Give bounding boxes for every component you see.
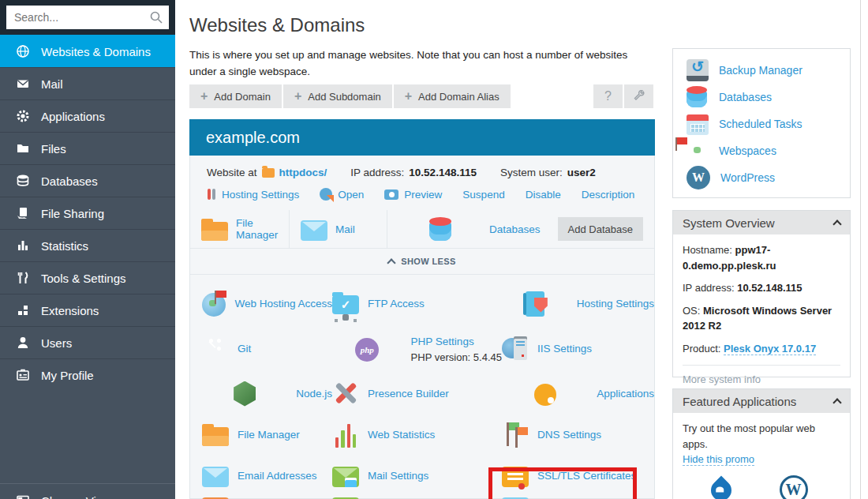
sidebar-search-area [0,0,175,35]
website-at-label: Website at [207,167,257,178]
sidebar-item-statistics[interactable]: Statistics [0,229,175,261]
system-user-value: user2 [567,167,596,178]
backup-manager-link[interactable]: Backup Manager [673,57,850,84]
featured-app-drupal[interactable]: Drupal [704,475,734,499]
ftp-access-icon: ✓ [332,295,359,314]
collapse-chevron-icon [832,219,841,228]
grid-item-mail-settings[interactable]: Mail Settings [332,455,502,496]
ip-label: IP address: [350,167,404,178]
sidebar-item-label: Users [41,336,72,350]
grid-item-web-statistics[interactable]: Web Statistics [332,414,502,455]
sidebar-item-applications[interactable]: Applications [0,99,175,132]
grid-item-applications[interactable]: Applications [502,373,654,414]
sidebar-item-websites-domains[interactable]: Websites & Domains [0,35,175,67]
sidebar-item-my-profile[interactable]: My Profile [0,358,175,391]
suspend-link[interactable]: Suspend [462,189,504,201]
chevron-up-icon [387,258,396,267]
php-version-text: PHP version: 5.4.45 [411,351,502,363]
grid-item-hosting-settings[interactable]: Hosting Settings [502,283,654,324]
product-version-link[interactable]: Plesk Onyx 17.0.17 [724,343,816,355]
wordpress-icon: W [780,475,808,499]
mail-shortcut[interactable]: Mail [290,210,387,248]
system-overview-header[interactable]: System Overview [673,211,850,234]
add-subdomain-button[interactable]: + Add Subdomain [283,84,392,108]
id-card-icon [16,368,30,382]
grid-item-nodejs[interactable]: Node.js [190,373,332,414]
drupal-icon [707,475,736,499]
os-row: OS: Microsoft Windows Server 2012 R2 [683,303,840,334]
settings-wrench-button[interactable] [624,84,653,108]
add-database-button[interactable]: Add Database [558,217,643,241]
featured-applications-header[interactable]: Featured Applications [673,389,850,413]
plus-icon: + [294,90,301,103]
wrench-icon [633,90,645,103]
system-overview-panel: System Overview Hostname: ppw17-0.demo.p… [672,210,851,377]
change-view-icon [16,493,30,499]
presence-builder-icon [332,380,359,407]
featured-applications-panel: Featured Applications Try out the most p… [672,388,851,499]
grid-item-iis-settings[interactable]: IIS Settings [502,324,654,373]
sidebar-item-tools-settings[interactable]: Tools & Settings [0,261,175,294]
hide-promo-link[interactable]: Hide this promo [683,453,754,466]
grid-item-ftp-access[interactable]: ✓ FTP Access [332,283,502,324]
sidebar-item-databases[interactable]: Databases [0,164,175,197]
gear-icon [16,109,30,123]
grid-item-email-addresses[interactable]: Email Addresses [190,455,332,496]
grid-item-git[interactable]: Git [190,324,332,373]
quick-buttons-row: File Manager Mail Databases Add Database [190,210,654,248]
sidebar-item-extensions[interactable]: Extensions [0,294,175,326]
change-view-button[interactable]: Change View [0,483,175,499]
iis-settings-highlight-box [488,467,637,499]
sidebar-item-label: Websites & Domains [41,45,151,58]
hosting-settings-icon [526,291,544,317]
web-hosting-access-icon [202,293,226,317]
tools-icon [16,271,30,285]
toolbar-right: ? [593,84,653,108]
sidebar-item-mail[interactable]: Mail [0,67,175,99]
httpdocs-link[interactable]: httpdocs/ [279,167,327,178]
more-system-info-link[interactable]: More system info [683,365,840,388]
hostname-row: Hostname: ppw17-0.demo.pp.plesk.ru [683,242,840,273]
featured-app-wordpress[interactable]: W WordPress [769,475,819,499]
databases-link[interactable]: Databases [673,84,850,111]
hosting-settings-icon [207,189,216,200]
folder-icon [16,141,30,156]
backup-manager-icon [687,59,709,81]
sidebar-item-users[interactable]: Users [0,326,175,358]
grid-item-presence-builder[interactable]: Presence Builder [332,373,502,414]
user-icon [16,336,30,350]
domain-card-header: example.com [189,119,655,156]
feature-grid: Web Hosting Access ✓ FTP Access Hosting … [190,275,654,499]
email-addresses-icon [202,467,229,487]
description-link[interactable]: Description [582,189,635,201]
open-link[interactable]: Open [338,189,364,201]
file-manager-shortcut[interactable]: File Manager [190,210,290,248]
grid-item-php-settings[interactable]: php PHP Settings PHP version: 5.4.45 [332,324,502,373]
databases-shortcut[interactable]: Databases Add Database [387,210,654,248]
disable-link[interactable]: Disable [526,189,561,201]
add-domain-alias-button[interactable]: + Add Domain Alias [394,84,511,108]
grid-item-dns-settings[interactable]: DNS Settings [502,414,654,455]
web-statistics-icon [332,422,359,448]
sidebar-item-files[interactable]: Files [0,132,175,164]
preview-link[interactable]: Preview [404,189,442,201]
domain-actions-row: Hosting Settings Open Preview Suspend Di… [190,178,654,210]
search-input[interactable] [6,6,169,29]
change-view-label: Change View [41,494,111,499]
grid-item-web-hosting-access[interactable]: Web Hosting Access [190,283,332,324]
help-button[interactable]: ? [593,84,623,108]
ip-value: 10.52.148.115 [409,167,477,178]
file-sharing-icon [16,206,30,220]
panel-title: Featured Applications [683,395,796,408]
hosting-settings-link[interactable]: Hosting Settings [222,189,299,201]
sidebar-item-label: File Sharing [41,207,104,220]
sidebar-item-file-sharing[interactable]: File Sharing [0,197,175,229]
add-domain-button[interactable]: + Add Domain [189,84,282,108]
webspaces-link[interactable]: Webspaces [673,137,850,164]
scheduled-tasks-link[interactable]: Scheduled Tasks [673,111,850,137]
wordpress-link[interactable]: W WordPress [673,164,850,191]
sidebar-item-label: Databases [41,174,98,188]
grid-item-file-manager[interactable]: File Manager [190,414,332,455]
page-title: Websites & Domains [189,14,365,36]
show-less-toggle[interactable]: SHOW LESS [190,248,654,275]
